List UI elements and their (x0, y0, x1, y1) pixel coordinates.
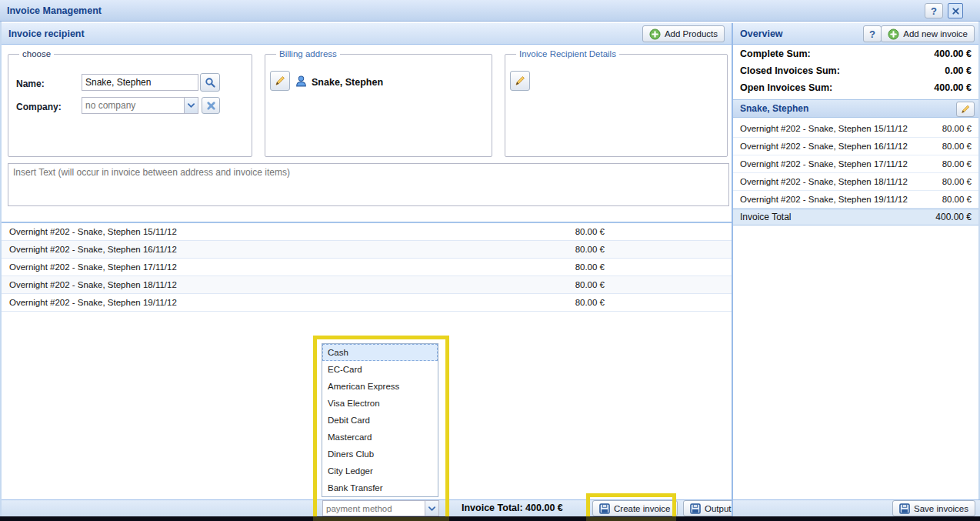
item-amount: 80.00 € (551, 280, 605, 289)
add-products-label: Add Products (665, 29, 718, 38)
sum-value: 400.00 € (934, 48, 972, 59)
item-label: Overnight #202 - Snake, Stephen 15/11/12 (740, 124, 908, 133)
company-dropdown-trigger[interactable] (185, 97, 198, 114)
invoice-total-row: Invoice Total 400.00 € (733, 209, 978, 225)
save-disk-icon (690, 503, 701, 514)
table-row[interactable]: Overnight #202 - Snake, Stephen 15/11/12… (2, 223, 732, 241)
add-new-invoice-label: Add new invoice (903, 29, 968, 38)
create-invoice-label: Create invoice (614, 504, 671, 513)
item-label: Overnight #202 - Snake, Stephen 18/11/12 (740, 177, 908, 186)
billing-address-name: Snake, Stephen (312, 77, 383, 88)
sum-value: 0.00 € (945, 65, 972, 76)
sum-label: Closed Invoices Sum: (740, 65, 840, 76)
list-item[interactable]: Overnight #202 - Snake, Stephen 18/11/12… (733, 173, 978, 191)
name-input[interactable] (82, 74, 198, 91)
sum-label: Open Invoices Sum: (740, 82, 832, 93)
list-item[interactable]: Overnight #202 - Snake, Stephen 17/11/12… (733, 155, 978, 173)
dropdown-option-visa-electron[interactable]: Visa Electron (322, 395, 438, 412)
dropdown-option-cash[interactable]: Cash (322, 344, 438, 361)
table-row[interactable]: Overnight #202 - Snake, Stephen 18/11/12… (2, 276, 732, 294)
clear-x-icon (206, 101, 216, 111)
invoice-total-label: Invoice Total (740, 212, 792, 222)
choose-fieldset: choose Name: Company: (8, 49, 252, 157)
item-amount: 80.00 € (551, 262, 605, 272)
plus-icon (888, 28, 899, 40)
item-amount: 80.00 € (551, 245, 605, 254)
item-label: Overnight #202 - Snake, Stephen 17/11/12 (740, 159, 908, 169)
item-amount: 80.00 € (551, 227, 605, 236)
list-item[interactable]: Overnight #202 - Snake, Stephen 19/11/12… (733, 191, 978, 209)
invoice-recipient-header: Invoice recipient Add Products (2, 23, 732, 45)
invoice-notes-textarea[interactable] (8, 163, 729, 206)
overview-invoice-list: Overnight #202 - Snake, Stephen 15/11/12… (733, 120, 978, 209)
edit-invoice-group-button[interactable] (956, 102, 975, 117)
item-label: Overnight #202 - Snake, Stephen 18/11/12 (2, 280, 551, 289)
item-label: Overnight #202 - Snake, Stephen 19/11/12 (740, 195, 908, 204)
save-disk-icon (899, 503, 910, 514)
table-row[interactable]: Overnight #202 - Snake, Stephen 16/11/12… (2, 241, 732, 259)
sum-row: Open Invoices Sum: 400.00 € (733, 79, 978, 96)
save-invoices-button[interactable]: Save invoices (892, 500, 975, 516)
window-titlebar: Invoice Management ? (0, 0, 980, 22)
plus-icon (649, 28, 661, 40)
invoice-management-window: Invoice Management ? Invoice recipient A… (0, 0, 980, 516)
dropdown-option-debit-card[interactable]: Debit Card (322, 412, 438, 429)
dropdown-option-mastercard[interactable]: Mastercard (322, 429, 438, 446)
item-amount: 80.00 € (942, 142, 972, 151)
dropdown-option-diners-club[interactable]: Diners Club (322, 446, 438, 463)
pencil-icon (514, 75, 526, 87)
dropdown-option-american-express[interactable]: American Express (322, 378, 438, 395)
close-icon (952, 7, 960, 15)
company-label: Company: (16, 102, 62, 112)
invoice-total-label: Invoice Total: 400.00 € (462, 503, 563, 513)
item-label: Overnight #202 - Snake, Stephen 15/11/12 (2, 227, 551, 236)
overview-sums: Complete Sum: 400.00 € Closed Invoices S… (733, 45, 978, 96)
item-amount: 80.00 € (942, 124, 972, 133)
company-input[interactable] (82, 97, 185, 114)
edit-recipient-details-button[interactable] (510, 71, 530, 91)
list-item[interactable]: Overnight #202 - Snake, Stephen 15/11/12… (733, 120, 978, 138)
list-item[interactable]: Overnight #202 - Snake, Stephen 16/11/12… (733, 138, 978, 155)
edit-billing-address-button[interactable] (270, 71, 290, 91)
dropdown-option-ec-card[interactable]: EC-Card (322, 361, 438, 378)
add-new-invoice-button[interactable]: Add new invoice (881, 25, 975, 42)
table-row[interactable]: Overnight #202 - Snake, Stephen 17/11/12… (2, 259, 732, 276)
invoice-group-header: Snake, Stephen (733, 99, 978, 118)
overview-title: Overview (740, 28, 783, 39)
payment-method-combobox[interactable] (322, 500, 425, 516)
item-label: Overnight #202 - Snake, Stephen 19/11/12 (2, 298, 551, 307)
payment-method-trigger[interactable] (425, 500, 439, 516)
window-title: Invoice Management (7, 5, 102, 16)
dropdown-option-bank-transfer[interactable]: Bank Transfer (322, 479, 438, 496)
item-amount: 80.00 € (551, 298, 605, 307)
add-products-button[interactable]: Add Products (642, 25, 725, 42)
item-amount: 80.00 € (942, 177, 972, 186)
billing-address-legend: Billing address (276, 49, 340, 58)
window-help-button[interactable]: ? (925, 3, 943, 18)
search-contact-button[interactable] (200, 73, 220, 92)
person-icon (295, 75, 308, 88)
help-icon: ? (869, 28, 875, 40)
recipient-details-fieldset: Invoice Recipient Details (505, 49, 728, 157)
table-row[interactable]: Overnight #202 - Snake, Stephen 19/11/12… (2, 294, 732, 312)
window-close-button[interactable] (948, 3, 963, 18)
dropdown-option-city-ledger[interactable]: City Ledger (322, 463, 438, 479)
chevron-down-icon (428, 506, 435, 511)
clear-company-button[interactable] (202, 97, 220, 114)
billing-address-fieldset: Billing address Snake, Stephen (265, 49, 492, 157)
overview-help-button[interactable]: ? (863, 25, 882, 42)
right-bottom-toolbar: Save invoices (733, 499, 980, 516)
invoice-group-title: Snake, Stephen (740, 103, 808, 114)
desktop-strip (0, 516, 980, 521)
overview-header: Overview ? Add new invoice (733, 23, 978, 45)
chevron-down-icon (188, 103, 195, 108)
sum-row: Closed Invoices Sum: 0.00 € (733, 62, 978, 79)
save-invoices-label: Save invoices (914, 504, 968, 513)
sum-value: 400.00 € (934, 82, 972, 93)
create-invoice-button[interactable]: Create invoice (592, 500, 678, 516)
search-icon (205, 77, 216, 89)
output-button[interactable]: Output (683, 500, 738, 516)
item-label: Overnight #202 - Snake, Stephen 17/11/12 (2, 262, 551, 272)
item-label: Overnight #202 - Snake, Stephen 16/11/12 (2, 245, 551, 254)
item-amount: 80.00 € (942, 195, 972, 204)
